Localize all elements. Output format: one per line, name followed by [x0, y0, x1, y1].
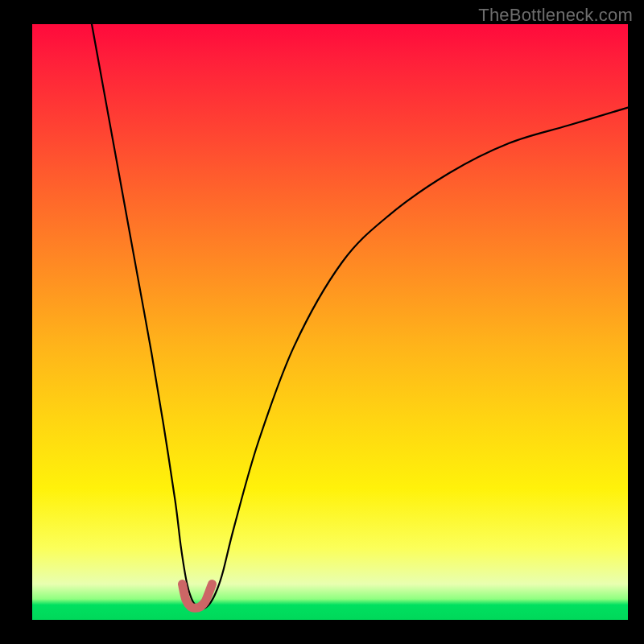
sweet-spot-marker-path: [182, 584, 212, 609]
chart-frame: TheBottleneck.com: [0, 0, 644, 644]
plot-area: [32, 24, 628, 620]
curve-layer: [32, 24, 628, 620]
watermark-text: TheBottleneck.com: [478, 5, 633, 26]
bottleneck-curve-path: [92, 24, 628, 609]
